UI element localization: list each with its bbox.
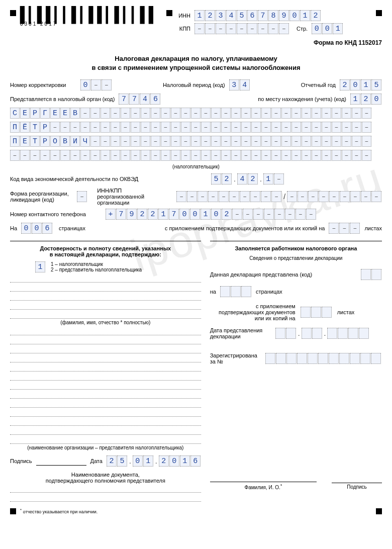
marker-top-right — [376, 10, 382, 16]
r-date-d — [275, 328, 297, 339]
org-note: (наименование организации – представител… — [10, 445, 201, 450]
title-line1: Налоговая декларация по налогу, уплачива… — [10, 54, 382, 63]
presented-cells — [361, 269, 382, 280]
sheets-label: листах — [364, 225, 382, 231]
period-cells: 34 — [229, 79, 250, 90]
footnote: отчество указывается при наличии. — [23, 509, 97, 514]
marker-top-2 — [166, 10, 172, 16]
r-att2: подтверждающих документов — [210, 309, 296, 315]
marker-bottom-left — [10, 508, 16, 514]
phone-label: Номер контактного телефона — [10, 211, 106, 217]
firstname-cells: ПЁТР — [10, 122, 372, 133]
r-pages-label: страницах — [256, 289, 282, 295]
sign-label: Подпись — [10, 458, 32, 464]
r-reg1: Зарегистрирована — [210, 352, 265, 358]
fio-line — [10, 294, 201, 301]
reorg-inn-label2: организации — [97, 200, 167, 206]
period-label: Налоговый период (код) — [163, 82, 225, 88]
place-cells: 120 — [350, 94, 382, 105]
date-day: 25 — [107, 455, 128, 467]
r-att1: с приложением — [210, 303, 296, 309]
reorg-kpp — [287, 191, 382, 202]
reorg-label1: Форма реорганизации, — [10, 191, 77, 197]
r-date1: Дата представления — [210, 327, 275, 333]
presented-label: Данная декларация представлена (код) — [210, 271, 312, 278]
page-cells: 001 — [312, 23, 343, 34]
r-fio-label: Фамилия, И. О. — [245, 485, 280, 491]
right-subhd: Сведения о представлении декларации — [210, 255, 382, 261]
fio-line — [10, 285, 201, 292]
fio-line — [10, 276, 201, 283]
marker-bottom-right — [376, 508, 382, 514]
r-att-cells — [301, 307, 332, 318]
okved-p3: 1 — [263, 173, 284, 185]
left-hd2: в настоящей декларации, подтверждаю: — [10, 251, 201, 257]
r-date-m — [302, 328, 323, 339]
r-sign-label: Подпись — [332, 484, 382, 490]
corr-cells: 0 — [80, 79, 112, 90]
year-label: Отчетный год — [301, 82, 336, 88]
date-year: 2016 — [159, 455, 201, 467]
place-label: по месту нахождения (учета) (код) — [258, 96, 346, 102]
doc-hd1: Наименование документа, — [10, 472, 201, 478]
doc-hd2: подтверждающего полномочия представителя — [10, 478, 201, 484]
doc-title: Налоговая декларация по налогу, уплачива… — [10, 54, 382, 72]
fio-line — [10, 303, 201, 310]
on-label: На — [10, 225, 17, 231]
fio-note: (фамилия, имя, отчество * полностью) — [10, 320, 201, 325]
inn-cells: 123456789012 — [194, 10, 321, 21]
org-line — [10, 328, 201, 335]
reorg-label2: ликвидация (код) — [10, 197, 77, 203]
kpp-label: КПП — [172, 26, 190, 32]
okved-label: Код вида экономической деятельности по О… — [10, 176, 156, 182]
org-cells: 7746 — [119, 94, 161, 105]
surname-cells: СЕРГЕЕВ — [10, 108, 372, 119]
opt2: 2 – представитель налогоплательщика — [51, 267, 142, 272]
r-on: на — [210, 289, 216, 295]
att-cells — [329, 223, 360, 234]
r-sign-line — [332, 474, 382, 483]
okved-p2: 42 — [237, 173, 258, 185]
page-label: Стр. — [297, 26, 308, 32]
date-label: Дата — [90, 458, 103, 464]
phone-cells: +79221700102 — [106, 209, 317, 220]
reorg-inn-label1: ИНН/КПП реорганизованной — [97, 188, 167, 200]
marker-top-left — [10, 10, 16, 16]
att-label: с приложением подтверждающих документов … — [165, 225, 325, 231]
pages-label: страницах — [59, 225, 85, 231]
reorg-code — [77, 191, 87, 202]
r-pages-cells — [220, 286, 252, 297]
corr-label: Номер корректировки — [10, 82, 80, 88]
left-column: Достоверность и полноту сведений, указан… — [10, 241, 201, 502]
form-code: Форма по КНД 1152017 — [10, 39, 382, 46]
pages-cells: 006 — [21, 223, 53, 234]
fio-line — [10, 312, 201, 319]
r-att3: или их копий на — [210, 315, 296, 321]
right-column: Заполняется работником налогового органа… — [210, 241, 382, 502]
inn-label: ИНН — [172, 13, 190, 19]
r-reg2: за № — [210, 358, 265, 364]
r-reg-cells — [265, 353, 381, 364]
year-cells: 2015 — [340, 79, 382, 90]
r-sheets: листах — [337, 309, 355, 315]
r-date2: декларации — [210, 333, 275, 339]
barcode: ▌▎▌▌▎▎▌▎▌▌▎▌▎▎▌▌ 0301 2017 — [20, 10, 157, 27]
org-label: Представляется в налоговый орган (код) — [10, 96, 115, 102]
okved-p1: 52 — [211, 173, 232, 185]
r-fio-line — [210, 473, 317, 482]
title-line2: в связи с применением упрощенной системы… — [10, 63, 382, 72]
date-month: 01 — [133, 455, 154, 467]
right-hd: Заполняется работником налогового органа — [210, 245, 382, 251]
left-hd1: Достоверность и полноту сведений, указан… — [10, 245, 201, 251]
confirm-code: 1 — [35, 261, 46, 272]
sign-line — [36, 456, 86, 466]
patronymic-cells: ПЕТРОВИЧ — [10, 136, 372, 147]
r-date-y — [327, 328, 369, 339]
kpp-cells — [194, 23, 289, 34]
reorg-inn — [176, 191, 282, 202]
taxpayer-note: (налогоплательщик) — [10, 164, 382, 169]
opt1: 1 – налогоплательщик — [51, 261, 142, 267]
name-row4-cells — [10, 150, 372, 161]
